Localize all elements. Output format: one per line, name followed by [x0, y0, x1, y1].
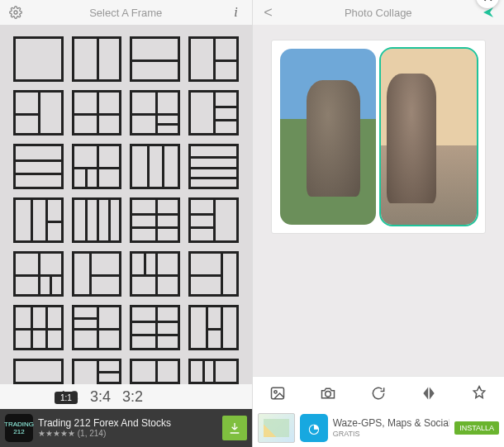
svg-point-3	[325, 391, 330, 397]
frame-option[interactable]	[188, 90, 239, 136]
frame-option[interactable]	[72, 251, 122, 297]
ad-banner: TRADING 212 Trading 212 Forex And Stocks…	[0, 409, 504, 447]
frame-option[interactable]	[72, 359, 122, 384]
frame-option[interactable]	[72, 36, 122, 82]
pin-tool-icon[interactable]	[467, 381, 492, 406]
collage-slot-1[interactable]	[280, 49, 376, 225]
ratio-selected-pill[interactable]: 1:1	[55, 392, 78, 404]
rotate-tool-icon[interactable]	[366, 381, 391, 406]
download-icon[interactable]	[222, 416, 247, 440]
svg-rect-1	[271, 388, 283, 398]
camera-tool-icon[interactable]	[316, 381, 340, 406]
frame-option[interactable]	[188, 251, 239, 297]
frame-option[interactable]	[13, 305, 64, 350]
ad-left-title: Trading 212 Forex And Stocks	[38, 417, 171, 429]
ad-left-logo: TRADING 212	[5, 414, 33, 442]
frame-grid	[0, 25, 252, 384]
frame-option[interactable]	[13, 197, 64, 243]
frame-option[interactable]	[13, 90, 64, 136]
ad-left-rating: ★★★★★ (1, 214)	[38, 429, 171, 439]
frame-option[interactable]	[188, 305, 239, 350]
left-title: Select A Frame	[89, 7, 162, 19]
collage-canvas[interactable]	[271, 40, 486, 234]
ad-right-title: Waze-GPS, Maps & Social	[333, 417, 449, 429]
frame-option[interactable]	[130, 36, 180, 82]
frame-option[interactable]	[72, 144, 122, 189]
frame-option[interactable]	[130, 197, 180, 243]
waze-logo-icon: ◔	[300, 414, 328, 442]
frame-option[interactable]	[13, 251, 64, 297]
collage-slot-2[interactable]	[381, 49, 477, 225]
collage-panel: < Photo Collage ✕	[253, 0, 505, 409]
frame-picker-panel: Select A Frame i 4:3 3:4 3:2 1:1	[0, 0, 253, 409]
frame-option[interactable]	[188, 197, 239, 243]
frame-option[interactable]	[130, 90, 180, 136]
frame-option[interactable]	[13, 36, 64, 82]
frame-option[interactable]	[130, 251, 180, 297]
left-topbar: Select A Frame i	[0, 0, 252, 25]
frame-option[interactable]	[72, 305, 122, 350]
flip-tool-icon[interactable]	[416, 381, 441, 406]
ad-map-thumb	[258, 413, 296, 443]
frame-option[interactable]	[130, 305, 180, 350]
settings-icon[interactable]	[7, 3, 25, 21]
ratio-bar: 4:3 3:4 3:2	[0, 384, 252, 409]
frame-option[interactable]	[13, 359, 64, 384]
install-button[interactable]: INSTALLA	[454, 421, 499, 435]
image-tool-icon[interactable]	[265, 381, 290, 406]
right-topbar: < Photo Collage	[253, 0, 505, 25]
ad-left[interactable]: TRADING 212 Trading 212 Forex And Stocks…	[0, 409, 252, 447]
frame-option[interactable]	[13, 144, 64, 189]
frame-option[interactable]	[188, 359, 239, 384]
back-icon[interactable]: <	[259, 3, 278, 21]
frame-option[interactable]	[130, 359, 180, 384]
svg-point-2	[274, 390, 277, 392]
right-title: Photo Collage	[345, 7, 412, 19]
frame-option[interactable]	[130, 144, 180, 189]
ad-right-gratis: GRATIS	[333, 430, 449, 439]
ratio-option[interactable]: 3:4	[90, 388, 111, 406]
ratio-option[interactable]: 3:2	[122, 388, 143, 406]
frame-option[interactable]	[188, 36, 239, 82]
info-icon[interactable]: i	[227, 3, 245, 21]
svg-point-0	[14, 11, 17, 14]
frame-option[interactable]	[72, 90, 122, 136]
ad-right[interactable]: ◔ Waze-GPS, Maps & Social GRATIS INSTALL…	[252, 409, 505, 447]
canvas-area	[253, 25, 505, 376]
frame-option[interactable]	[188, 144, 239, 189]
frame-option[interactable]	[72, 197, 122, 243]
edit-toolbar	[253, 376, 505, 409]
